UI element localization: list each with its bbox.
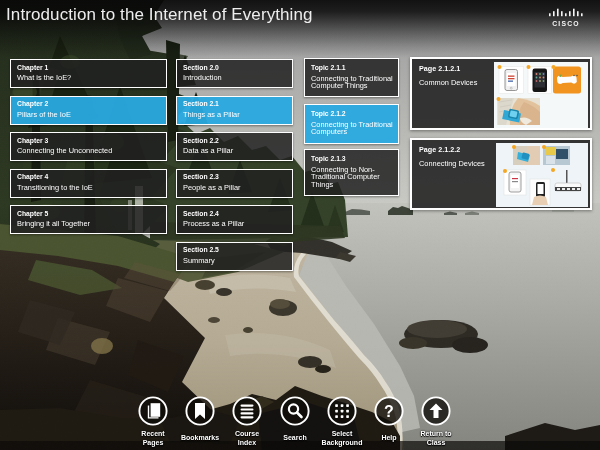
svg-text:CISCO: CISCO [552,20,580,27]
svg-text:?: ? [384,403,394,420]
